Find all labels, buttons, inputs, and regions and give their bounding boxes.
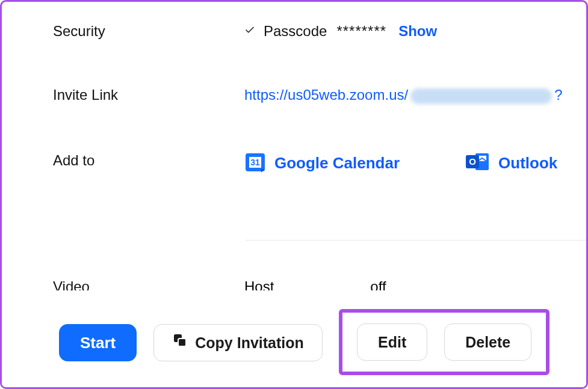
outlook-calendar-label: Outlook [498, 155, 557, 171]
invite-link-tail: ? [554, 87, 562, 103]
invite-link-text: https://us05web.zoom.us/ [244, 87, 408, 103]
invite-link-label: Invite Link [53, 87, 244, 103]
passcode-label: Passcode [264, 23, 327, 40]
invite-link-row: Invite Link https://us05web.zoom.us/? [53, 87, 586, 104]
meeting-details: Security Passcode ******** Show Invite L… [2, 2, 586, 175]
delete-button[interactable]: Delete [444, 323, 531, 361]
copy-invitation-button[interactable]: Copy Invitation [153, 324, 323, 361]
add-to-value: 31 Google Calendar O [244, 151, 557, 175]
show-passcode-button[interactable]: Show [398, 23, 437, 40]
google-calendar-icon: 31 [244, 151, 266, 175]
add-to-row: Add to 31 Google Calendar [53, 151, 586, 175]
check-icon [244, 25, 255, 38]
edit-delete-highlight: Edit Delete [339, 309, 549, 375]
footer-actions: Start Copy Invitation Edit Delete [2, 298, 586, 387]
section-divider [246, 240, 586, 240]
redacted-segment [410, 88, 552, 104]
svg-text:O: O [469, 156, 476, 167]
svg-text:31: 31 [250, 158, 260, 167]
start-button[interactable]: Start [59, 324, 137, 361]
google-calendar-button[interactable]: 31 Google Calendar [244, 151, 400, 175]
copy-icon [172, 333, 188, 352]
add-to-label: Add to [53, 151, 244, 169]
outlook-icon: O [466, 152, 490, 174]
invite-link[interactable]: https://us05web.zoom.us/? [244, 87, 563, 104]
copy-invitation-label: Copy Invitation [195, 334, 304, 352]
passcode-mask: ******** [336, 23, 386, 40]
edit-button[interactable]: Edit [357, 323, 427, 361]
security-value: Passcode ******** Show [244, 23, 437, 40]
outlook-calendar-button[interactable]: O Outlook [466, 152, 557, 174]
google-calendar-label: Google Calendar [274, 155, 400, 171]
meeting-detail-panel: Security Passcode ******** Show Invite L… [0, 0, 588, 389]
invite-link-value: https://us05web.zoom.us/? [244, 87, 563, 104]
security-row: Security Passcode ******** Show [53, 23, 586, 40]
security-label: Security [53, 23, 244, 40]
svg-rect-8 [178, 338, 186, 346]
